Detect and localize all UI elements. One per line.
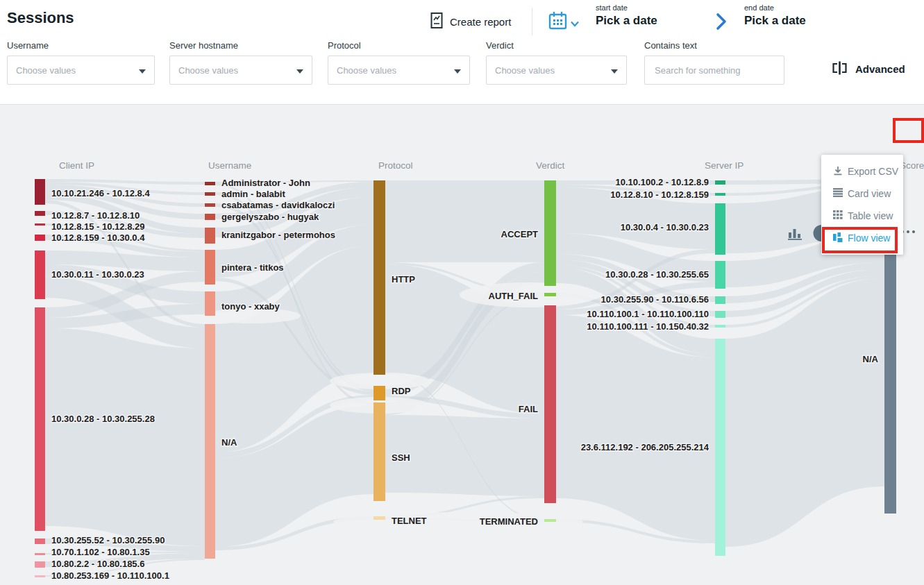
contains-text-filter: Contains text bbox=[644, 40, 784, 85]
filter-protocol: ProtocolChoose values bbox=[328, 40, 470, 85]
filter-label: Server hostname bbox=[169, 40, 312, 51]
bar-chart-icon bbox=[787, 232, 803, 242]
filter-label: Protocol bbox=[328, 40, 470, 51]
filter-label: Verdict bbox=[486, 40, 627, 51]
menu-item-label: Flow view bbox=[848, 232, 890, 244]
filter-placeholder: Choose values bbox=[178, 65, 238, 76]
filter-placeholder: Choose values bbox=[16, 65, 76, 76]
end-date-picker[interactable]: end date Pick a date bbox=[744, 3, 806, 28]
filter-placeholder: Choose values bbox=[495, 65, 555, 76]
chevron-down-icon bbox=[571, 17, 579, 30]
menu-item-export-csv[interactable]: Export CSV bbox=[821, 160, 903, 183]
calendar-icon bbox=[548, 11, 569, 33]
header: Sessions Create report start date Pick a… bbox=[0, 0, 924, 104]
contains-text-box bbox=[644, 56, 784, 85]
flow-view-icon bbox=[833, 232, 843, 244]
table-view-icon bbox=[833, 210, 843, 221]
create-report-button[interactable]: Create report bbox=[430, 12, 511, 32]
start-date-value: Pick a date bbox=[596, 14, 657, 28]
filter-verdict: VerdictChoose values bbox=[486, 40, 627, 85]
filter-select[interactable]: Choose values bbox=[328, 56, 470, 85]
chevron-down-icon bbox=[611, 69, 618, 74]
menu-item-label: Table view bbox=[848, 210, 893, 221]
filter-select[interactable]: Choose values bbox=[7, 56, 155, 85]
sessions-page: 10.10.21.246 - 10.12.8.410.12.8.7 - 10.1… bbox=[0, 0, 924, 585]
filter-label: Username bbox=[7, 40, 155, 51]
report-icon bbox=[430, 12, 444, 32]
view-options-menu: Export CSVCard viewTable viewFlow view bbox=[821, 155, 903, 255]
header-divider bbox=[532, 8, 532, 35]
chevron-down-icon bbox=[454, 69, 461, 74]
download-icon bbox=[833, 166, 843, 178]
advanced-filter-icon bbox=[832, 61, 848, 77]
menu-item-label: Card view bbox=[848, 188, 891, 199]
menu-item-flow-view[interactable]: Flow view bbox=[821, 227, 903, 249]
chevron-down-icon bbox=[296, 69, 303, 74]
filter-placeholder: Choose values bbox=[337, 65, 396, 76]
start-date-picker[interactable]: start date Pick a date bbox=[596, 3, 657, 28]
advanced-label: Advanced bbox=[855, 63, 905, 75]
contains-text-label: Contains text bbox=[644, 40, 784, 51]
chevron-down-icon bbox=[139, 69, 146, 74]
filter-server-hostname: Server hostnameChoose values bbox=[169, 40, 312, 85]
bar-chart-view-button[interactable] bbox=[787, 226, 803, 242]
create-report-label: Create report bbox=[450, 16, 511, 28]
start-date-label: start date bbox=[596, 3, 657, 12]
filter-username: UsernameChoose values bbox=[7, 40, 155, 85]
menu-item-card-view[interactable]: Card view bbox=[821, 183, 903, 205]
search-input[interactable] bbox=[653, 65, 775, 76]
end-date-value: Pick a date bbox=[744, 14, 806, 28]
menu-item-table-view[interactable]: Table view bbox=[821, 205, 903, 227]
date-range-arrow-icon bbox=[715, 12, 728, 33]
menu-item-label: Export CSV bbox=[848, 166, 898, 177]
filter-select[interactable]: Choose values bbox=[486, 56, 627, 85]
card-view-icon bbox=[833, 188, 843, 199]
end-date-label: end date bbox=[744, 3, 806, 12]
date-picker-toggle[interactable] bbox=[548, 11, 579, 33]
results-toolbar: 1 - 20 of 239 bbox=[0, 104, 924, 151]
page-title: Sessions bbox=[7, 9, 74, 27]
content-background bbox=[0, 104, 924, 585]
filter-select[interactable]: Choose values bbox=[169, 56, 312, 85]
advanced-button[interactable]: Advanced bbox=[832, 61, 905, 77]
